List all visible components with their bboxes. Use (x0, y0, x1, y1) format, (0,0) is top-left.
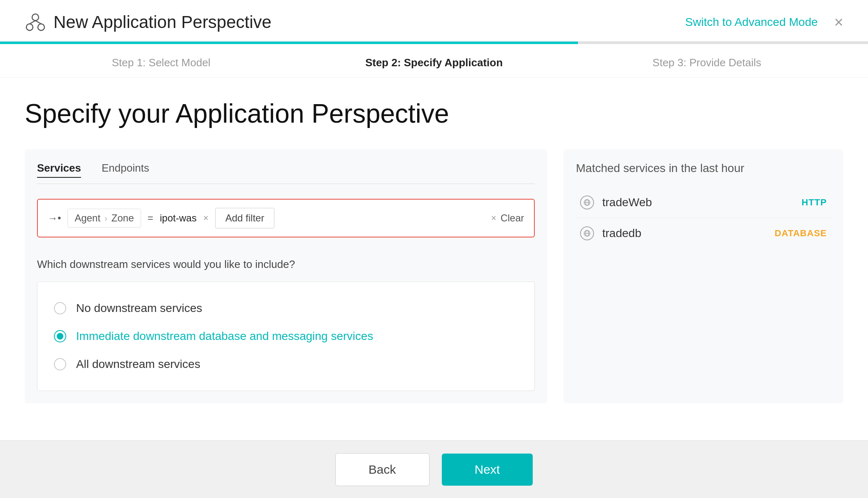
radio-all-downstream[interactable]: All downstream services (54, 350, 518, 378)
service-left-tradeweb: tradeWeb (580, 195, 652, 209)
next-button[interactable]: Next (442, 454, 533, 486)
main-content: Specify your Application Perspective Ser… (0, 78, 868, 416)
radio-all-downstream-input[interactable] (54, 358, 66, 370)
progress-bar-container (0, 42, 868, 44)
radio-all-downstream-label: All downstream services (76, 358, 200, 371)
filter-left: →• Agent › Zone = ipot-was × Add filter (48, 208, 274, 228)
back-button[interactable]: Back (335, 453, 429, 486)
right-panel: Matched services in the last hour tradeW… (564, 149, 843, 403)
service-name-tradeweb: tradeWeb (602, 196, 652, 209)
header-right: Switch to Advanced Mode × (685, 14, 843, 30)
step-2: Step 2: Specify Application (297, 56, 570, 69)
filter-area: →• Agent › Zone = ipot-was × Add filter … (37, 199, 535, 237)
radio-no-downstream-label: No downstream services (76, 302, 202, 315)
clear-filters-button[interactable]: × Clear (491, 212, 524, 224)
filter-remove-icon[interactable]: × (203, 213, 209, 223)
filter-operator: = (148, 212, 153, 224)
step-1: Step 1: Select Model (25, 56, 297, 69)
service-icon-tradeweb (580, 195, 594, 209)
specify-title: Specify your Application Perspective (25, 98, 843, 129)
header-left: New Application Perspective (25, 12, 272, 33)
svg-point-0 (32, 14, 39, 21)
service-icon-tradedb (580, 226, 594, 240)
step-3: Step 3: Provide Details (571, 56, 843, 69)
add-filter-button[interactable]: Add filter (215, 208, 275, 228)
header: New Application Perspective Switch to Ad… (0, 0, 868, 42)
service-row-tradeweb: tradeWeb HTTP (576, 187, 831, 218)
filter-tag[interactable]: Agent › Zone (67, 209, 141, 228)
filter-arrow-icon: →• (48, 212, 61, 224)
service-row-tradedb: tradedb DATABASE (576, 218, 831, 249)
tabs: Services Endpoints (37, 162, 535, 184)
radio-immediate-downstream[interactable]: Immediate downstream database and messag… (54, 322, 518, 350)
radio-immediate-downstream-input[interactable] (54, 330, 66, 342)
tab-endpoints[interactable]: Endpoints (102, 162, 149, 178)
page-title: New Application Perspective (53, 12, 272, 32)
filter-agent-label: Agent (74, 212, 100, 224)
chevron-icon: › (104, 214, 107, 223)
filter-zone-label: Zone (111, 212, 134, 224)
steps: Step 1: Select Model Step 2: Specify App… (0, 44, 868, 78)
radio-no-downstream[interactable]: No downstream services (54, 294, 518, 322)
filter-value: ipot-was (160, 212, 197, 224)
svg-point-1 (26, 24, 33, 30)
service-badge-tradedb: DATABASE (775, 228, 827, 239)
svg-line-4 (35, 21, 41, 24)
radio-no-downstream-input[interactable] (54, 302, 66, 314)
clear-label: Clear (501, 212, 524, 224)
svg-point-2 (38, 24, 44, 30)
content-row: Services Endpoints →• Agent › Zone = ipo… (25, 149, 843, 403)
service-left-tradedb: tradedb (580, 226, 641, 240)
matched-services-title: Matched services in the last hour (576, 162, 831, 175)
service-badge-tradeweb: HTTP (802, 197, 827, 208)
radio-immediate-downstream-label: Immediate downstream database and messag… (76, 330, 373, 343)
service-name-tradedb: tradedb (602, 227, 641, 240)
clear-x-icon: × (491, 213, 497, 223)
downstream-radio-group: No downstream services Immediate downstr… (37, 282, 535, 391)
close-button[interactable]: × (834, 14, 843, 30)
radio-dot (57, 333, 63, 340)
tab-services[interactable]: Services (37, 162, 81, 178)
footer: Back Next (0, 440, 868, 498)
svg-line-3 (30, 21, 35, 24)
switch-advanced-link[interactable]: Switch to Advanced Mode (685, 16, 818, 29)
left-panel: Services Endpoints →• Agent › Zone = ipo… (25, 149, 547, 403)
progress-bar-fill (0, 42, 578, 44)
app-icon (25, 12, 46, 33)
downstream-question: Which downstream services would you like… (37, 258, 535, 271)
